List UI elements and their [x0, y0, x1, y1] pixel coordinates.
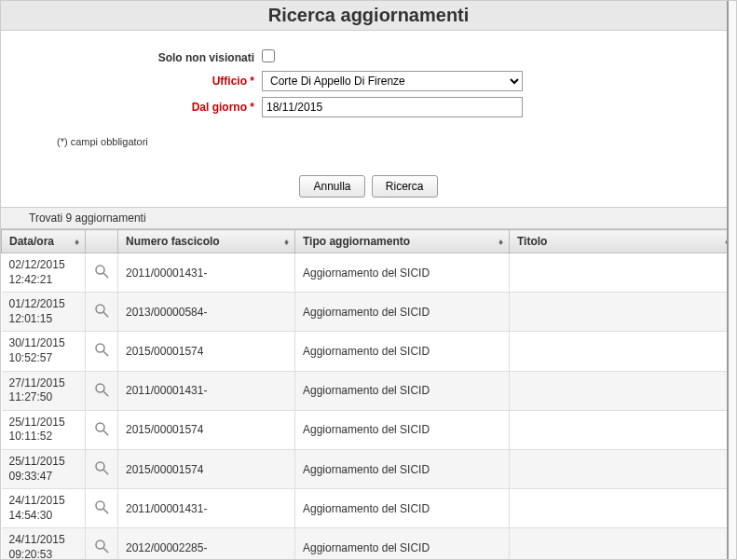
table-row: 24/11/201509:20:532012/00002285-Aggiorna…: [2, 528, 736, 560]
results-table: Data/ora ♦ Numero fascicolo ♦ Tipo aggio…: [1, 229, 736, 560]
ricerca-button[interactable]: Ricerca: [372, 175, 438, 198]
cell-numero-fascicolo: 2011/00001431-: [118, 371, 295, 410]
column-tipo-aggiornamento[interactable]: Tipo aggiornamento ♦: [295, 230, 510, 253]
cell-detail-icon[interactable]: [86, 410, 118, 449]
cell-tipo-aggiornamento: Aggiornamento del SICID: [295, 293, 510, 332]
sort-icon: ♦: [75, 237, 79, 247]
cell-data-ora: 24/11/201509:20:53: [2, 528, 86, 560]
svg-point-10: [96, 462, 104, 471]
cell-data-ora: 25/11/201510:11:52: [2, 410, 86, 449]
sort-icon: ♦: [498, 237, 503, 247]
cell-data-ora: 27/11/201511:27:50: [2, 371, 86, 410]
cell-tipo-aggiornamento: Aggiornamento del SICID: [295, 371, 510, 410]
svg-line-3: [103, 313, 108, 318]
column-numero-fascicolo[interactable]: Numero fascicolo ♦: [118, 230, 295, 253]
cell-tipo-aggiornamento: Aggiornamento del SICID: [295, 449, 510, 488]
dal-giorno-input[interactable]: [262, 97, 523, 117]
svg-point-6: [96, 384, 104, 392]
svg-point-8: [96, 423, 104, 431]
table-row: 02/12/201512:42:212011/00001431-Aggiorna…: [2, 253, 736, 293]
cell-titolo: [510, 528, 736, 560]
ufficio-label: Ufficio *: [57, 75, 262, 88]
cell-tipo-aggiornamento: Aggiornamento del SICID: [295, 528, 510, 560]
cell-tipo-aggiornamento: Aggiornamento del SICID: [295, 489, 510, 528]
cell-numero-fascicolo: 2015/00001574: [118, 332, 295, 371]
table-row: 25/11/201509:33:472015/00001574Aggiornam…: [2, 449, 736, 488]
button-row: Annulla Ricerca: [1, 175, 736, 198]
solo-non-visionati-checkbox[interactable]: [262, 49, 275, 62]
svg-point-0: [96, 266, 104, 274]
cell-titolo: [510, 332, 736, 371]
svg-line-13: [103, 509, 108, 513]
cell-data-ora: 01/12/201512:01:15: [2, 293, 86, 332]
svg-line-5: [103, 352, 108, 357]
dal-giorno-label: Dal giorno *: [57, 101, 262, 114]
magnifier-icon[interactable]: [93, 459, 110, 476]
svg-point-14: [96, 540, 104, 549]
column-icon: [86, 230, 118, 253]
search-form: Solo non visionati Ufficio * Corte Di Ap…: [1, 31, 736, 157]
scrollbar-track: [727, 1, 736, 559]
svg-line-7: [103, 391, 108, 396]
magnifier-icon[interactable]: [93, 499, 110, 515]
svg-line-9: [103, 430, 108, 435]
cell-titolo: [510, 253, 736, 293]
magnifier-icon[interactable]: [93, 263, 110, 280]
cell-detail-icon[interactable]: [86, 371, 118, 410]
header-bar: Ricerca aggiornamenti: [1, 1, 736, 31]
column-data-ora[interactable]: Data/ora ♦: [2, 230, 86, 253]
cell-detail-icon[interactable]: [86, 253, 118, 293]
cell-numero-fascicolo: 2012/00002285-: [118, 528, 295, 560]
svg-point-12: [96, 501, 104, 510]
cell-numero-fascicolo: 2015/00001574: [118, 449, 295, 488]
table-row: 27/11/201511:27:502011/00001431-Aggiorna…: [2, 371, 736, 410]
magnifier-icon[interactable]: [93, 381, 110, 398]
annulla-button[interactable]: Annulla: [299, 175, 364, 198]
cell-detail-icon[interactable]: [86, 332, 118, 371]
cell-detail-icon[interactable]: [86, 293, 118, 332]
result-count-top: Trovati 9 aggiornamenti: [1, 207, 736, 229]
table-row: 24/11/201514:54:302011/00001431-Aggiorna…: [2, 489, 736, 528]
results-table-container: Data/ora ♦ Numero fascicolo ♦ Tipo aggio…: [1, 229, 736, 560]
magnifier-icon[interactable]: [93, 341, 110, 358]
cell-tipo-aggiornamento: Aggiornamento del SICID: [295, 332, 510, 371]
magnifier-icon[interactable]: [93, 538, 110, 554]
ufficio-select[interactable]: Corte Di Appello Di Firenze: [262, 71, 523, 91]
svg-line-11: [103, 470, 108, 474]
svg-line-15: [103, 549, 108, 553]
svg-line-1: [103, 273, 108, 278]
cell-tipo-aggiornamento: Aggiornamento del SICID: [295, 410, 510, 449]
page-title: Ricerca aggiornamenti: [268, 5, 470, 25]
cell-data-ora: 02/12/201512:42:21: [2, 253, 86, 293]
cell-detail-icon[interactable]: [86, 489, 118, 528]
cell-numero-fascicolo: 2015/00001574: [118, 410, 295, 449]
magnifier-icon[interactable]: [93, 420, 110, 437]
cell-titolo: [510, 371, 736, 410]
solo-non-visionati-label: Solo non visionati: [57, 51, 262, 64]
cell-titolo: [510, 293, 736, 332]
cell-titolo: [510, 449, 736, 488]
table-row: 30/11/201510:52:572015/00001574Aggiornam…: [2, 332, 736, 371]
svg-point-4: [96, 344, 104, 352]
sort-icon: ♦: [284, 237, 289, 247]
table-row: 25/11/201510:11:522015/00001574Aggiornam…: [2, 410, 736, 449]
cell-data-ora: 24/11/201514:54:30: [2, 489, 86, 528]
magnifier-icon[interactable]: [93, 302, 110, 319]
cell-titolo: [510, 489, 736, 528]
cell-numero-fascicolo: 2013/00000584-: [118, 293, 295, 332]
cell-numero-fascicolo: 2011/00001431-: [118, 253, 295, 293]
cell-detail-icon[interactable]: [86, 528, 118, 560]
svg-point-2: [96, 305, 104, 313]
table-row: 01/12/201512:01:152013/00000584-Aggiorna…: [2, 293, 736, 332]
mandatory-note: (*) campi obbligatori: [57, 136, 680, 147]
cell-data-ora: 25/11/201509:33:47: [2, 449, 86, 488]
cell-numero-fascicolo: 2011/00001431-: [118, 489, 295, 528]
column-titolo[interactable]: Titolo ♦: [510, 230, 736, 253]
cell-tipo-aggiornamento: Aggiornamento del SICID: [295, 253, 510, 293]
cell-data-ora: 30/11/201510:52:57: [2, 332, 86, 371]
cell-titolo: [510, 410, 736, 449]
cell-detail-icon[interactable]: [86, 449, 118, 488]
